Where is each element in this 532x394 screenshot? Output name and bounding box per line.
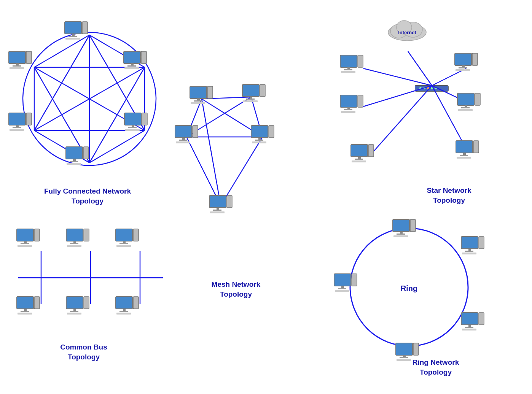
svg-rect-142 [70, 243, 78, 244]
svg-rect-136 [24, 241, 27, 243]
svg-rect-122 [352, 160, 366, 162]
fully-connected-label: Fully Connected NetworkTopology [23, 186, 152, 206]
svg-rect-161 [123, 309, 126, 311]
bus-bot-1 [16, 296, 45, 318]
star-node-mr [457, 92, 485, 115]
svg-rect-75 [209, 195, 226, 208]
star-label: Star NetworkTopology [396, 186, 502, 205]
svg-rect-155 [66, 297, 83, 309]
svg-rect-152 [21, 311, 29, 312]
svg-rect-23 [127, 65, 136, 67]
svg-rect-29 [142, 113, 147, 125]
svg-rect-41 [9, 51, 25, 64]
svg-rect-56 [197, 98, 200, 100]
svg-rect-148 [133, 229, 139, 241]
svg-rect-174 [465, 251, 473, 252]
svg-rect-116 [475, 93, 480, 105]
svg-rect-144 [67, 245, 81, 247]
svg-rect-121 [368, 145, 374, 157]
svg-rect-127 [457, 157, 471, 159]
svg-rect-170 [410, 219, 416, 232]
svg-rect-63 [260, 84, 265, 97]
svg-rect-45 [10, 67, 24, 69]
svg-rect-163 [133, 297, 139, 309]
svg-rect-35 [67, 163, 81, 165]
svg-rect-58 [207, 86, 213, 98]
svg-rect-177 [461, 313, 478, 325]
svg-rect-110 [344, 109, 352, 110]
svg-rect-74 [252, 141, 266, 143]
svg-rect-138 [34, 229, 40, 241]
svg-rect-101 [358, 55, 363, 67]
ring-node-left [333, 273, 362, 296]
svg-rect-66 [182, 138, 185, 140]
svg-rect-175 [479, 237, 484, 249]
svg-line-96 [373, 86, 432, 152]
svg-rect-22 [131, 64, 134, 65]
svg-rect-179 [465, 327, 473, 328]
svg-rect-185 [413, 343, 419, 355]
svg-rect-151 [24, 309, 27, 311]
svg-rect-34 [83, 147, 89, 159]
svg-rect-181 [462, 329, 476, 330]
svg-rect-78 [227, 195, 232, 208]
svg-rect-72 [255, 140, 263, 141]
mesh-label: Mesh NetworkTopology [194, 280, 278, 299]
svg-rect-167 [393, 219, 409, 232]
svg-rect-159 [67, 313, 81, 315]
svg-rect-191 [335, 290, 349, 292]
svg-rect-140 [66, 229, 83, 241]
svg-rect-107 [456, 69, 470, 71]
svg-rect-104 [462, 65, 465, 67]
mesh-node-mr [250, 125, 279, 147]
svg-rect-156 [73, 309, 76, 311]
svg-rect-70 [251, 126, 268, 138]
svg-rect-73 [269, 126, 274, 138]
svg-rect-76 [217, 208, 219, 210]
fc-node-tr [122, 51, 152, 73]
fc-node-tl [7, 51, 37, 73]
svg-rect-44 [26, 51, 32, 64]
svg-rect-21 [124, 51, 140, 64]
svg-rect-79 [210, 211, 225, 213]
svg-rect-39 [26, 113, 32, 125]
svg-rect-178 [468, 325, 471, 327]
svg-rect-20 [65, 38, 80, 40]
svg-rect-124 [463, 153, 466, 155]
svg-rect-109 [347, 107, 350, 109]
svg-rect-112 [341, 111, 355, 113]
svg-rect-120 [355, 159, 363, 160]
svg-rect-42 [16, 64, 19, 65]
svg-rect-17 [72, 34, 75, 36]
svg-rect-67 [179, 140, 187, 141]
svg-rect-149 [116, 245, 131, 247]
svg-line-94 [363, 86, 432, 106]
ring-node-tr [460, 236, 489, 258]
svg-rect-168 [400, 232, 403, 234]
svg-text:Ring: Ring [401, 284, 417, 292]
svg-rect-18 [68, 36, 77, 37]
svg-line-49 [202, 99, 221, 205]
svg-rect-25 [124, 67, 139, 69]
mesh-node-tr [242, 84, 270, 106]
ring-node-br [460, 312, 489, 334]
svg-rect-118 [351, 145, 368, 157]
star-node-br [455, 140, 484, 162]
svg-rect-108 [340, 95, 357, 107]
svg-rect-27 [132, 125, 134, 127]
svg-rect-147 [119, 243, 128, 244]
star-node-tl [339, 54, 368, 77]
svg-rect-164 [116, 313, 131, 315]
bus-top-1 [16, 228, 45, 251]
svg-rect-169 [397, 234, 405, 235]
svg-rect-24 [141, 51, 147, 64]
svg-rect-68 [193, 126, 198, 138]
svg-rect-100 [344, 69, 352, 70]
svg-rect-139 [18, 245, 32, 247]
svg-rect-77 [213, 210, 221, 211]
svg-rect-30 [125, 129, 140, 131]
mesh-node-ml [174, 125, 203, 147]
svg-rect-99 [347, 67, 350, 69]
svg-rect-154 [18, 313, 32, 315]
svg-rect-69 [176, 141, 190, 143]
